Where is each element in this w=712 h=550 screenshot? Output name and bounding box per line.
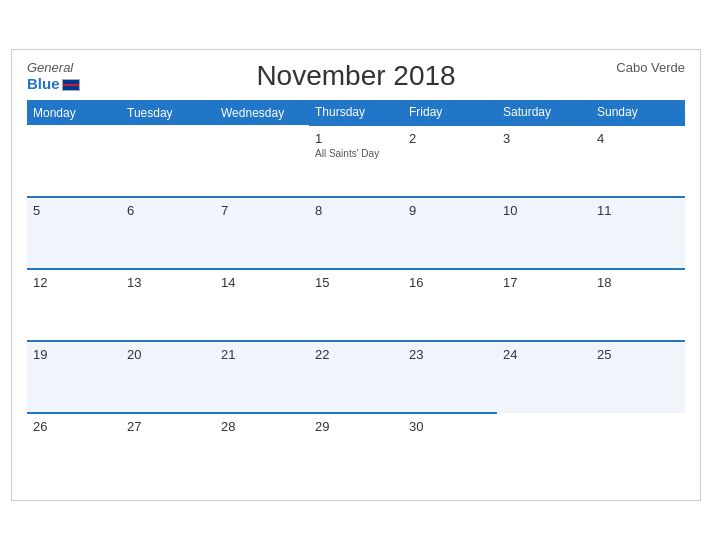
brand-logo: General Blue: [27, 60, 80, 92]
day-number: 17: [503, 275, 585, 290]
day-number: 3: [503, 131, 585, 146]
calendar-cell: [591, 413, 685, 485]
calendar-cell: 7: [215, 197, 309, 269]
calendar-cell: 29: [309, 413, 403, 485]
calendar-cell: 20: [121, 341, 215, 413]
day-number: 18: [597, 275, 679, 290]
calendar-week-row: 19202122232425: [27, 341, 685, 413]
header-sunday: Sunday: [591, 100, 685, 125]
header-monday: Monday: [27, 100, 121, 125]
calendar-cell: 12: [27, 269, 121, 341]
calendar-cell: 16: [403, 269, 497, 341]
calendar-cell: [215, 125, 309, 197]
day-number: 27: [127, 419, 209, 434]
calendar-cell: 21: [215, 341, 309, 413]
calendar-header: General Blue November 2018 Cabo Verde: [27, 60, 685, 92]
calendar-cell: [121, 125, 215, 197]
calendar-cell: 18: [591, 269, 685, 341]
day-number: 24: [503, 347, 585, 362]
calendar-title: November 2018: [27, 60, 685, 92]
day-number: 7: [221, 203, 303, 218]
calendar-cell: 25: [591, 341, 685, 413]
header-tuesday: Tuesday: [121, 100, 215, 125]
day-number: 6: [127, 203, 209, 218]
day-number: 23: [409, 347, 491, 362]
day-number: 30: [409, 419, 491, 434]
calendar-cell: 28: [215, 413, 309, 485]
day-number: 14: [221, 275, 303, 290]
day-number: 13: [127, 275, 209, 290]
weekday-header-row: Monday Tuesday Wednesday Thursday Friday…: [27, 100, 685, 125]
calendar-cell: 4: [591, 125, 685, 197]
header-saturday: Saturday: [497, 100, 591, 125]
calendar-cell: 23: [403, 341, 497, 413]
calendar-cell: 27: [121, 413, 215, 485]
day-number: 29: [315, 419, 397, 434]
calendar-cell: 1All Saints' Day: [309, 125, 403, 197]
day-number: 26: [33, 419, 115, 434]
calendar-week-row: 2627282930: [27, 413, 685, 485]
brand-general-text: General: [27, 60, 73, 75]
calendar-cell: 26: [27, 413, 121, 485]
day-number: 28: [221, 419, 303, 434]
day-number: 10: [503, 203, 585, 218]
calendar-cell: 5: [27, 197, 121, 269]
calendar-cell: 30: [403, 413, 497, 485]
day-number: 5: [33, 203, 115, 218]
brand-flag-icon: [62, 79, 80, 91]
calendar-cell: 10: [497, 197, 591, 269]
day-number: 4: [597, 131, 679, 146]
day-number: 1: [315, 131, 397, 146]
header-thursday: Thursday: [309, 100, 403, 125]
day-number: 8: [315, 203, 397, 218]
calendar-cell: 22: [309, 341, 403, 413]
day-number: 12: [33, 275, 115, 290]
calendar-cell: 17: [497, 269, 591, 341]
country-label: Cabo Verde: [616, 60, 685, 75]
calendar-container: General Blue November 2018 Cabo Verde Mo…: [11, 49, 701, 501]
day-number: 15: [315, 275, 397, 290]
day-number: 19: [33, 347, 115, 362]
header-friday: Friday: [403, 100, 497, 125]
calendar-cell: 3: [497, 125, 591, 197]
calendar-grid: Monday Tuesday Wednesday Thursday Friday…: [27, 100, 685, 485]
calendar-cell: 19: [27, 341, 121, 413]
day-number: 11: [597, 203, 679, 218]
day-number: 9: [409, 203, 491, 218]
day-number: 2: [409, 131, 491, 146]
day-number: 22: [315, 347, 397, 362]
calendar-week-row: 1All Saints' Day234: [27, 125, 685, 197]
day-number: 25: [597, 347, 679, 362]
calendar-cell: 8: [309, 197, 403, 269]
calendar-cell: 11: [591, 197, 685, 269]
calendar-week-row: 567891011: [27, 197, 685, 269]
calendar-cell: 14: [215, 269, 309, 341]
calendar-cell: 13: [121, 269, 215, 341]
calendar-week-row: 12131415161718: [27, 269, 685, 341]
calendar-cell: [497, 413, 591, 485]
day-number: 16: [409, 275, 491, 290]
calendar-cell: [27, 125, 121, 197]
holiday-name: All Saints' Day: [315, 148, 397, 159]
day-number: 21: [221, 347, 303, 362]
day-number: 20: [127, 347, 209, 362]
brand-blue-text: Blue: [27, 75, 80, 92]
calendar-cell: 6: [121, 197, 215, 269]
calendar-cell: 2: [403, 125, 497, 197]
calendar-cell: 15: [309, 269, 403, 341]
header-wednesday: Wednesday: [215, 100, 309, 125]
calendar-cell: 9: [403, 197, 497, 269]
calendar-cell: 24: [497, 341, 591, 413]
